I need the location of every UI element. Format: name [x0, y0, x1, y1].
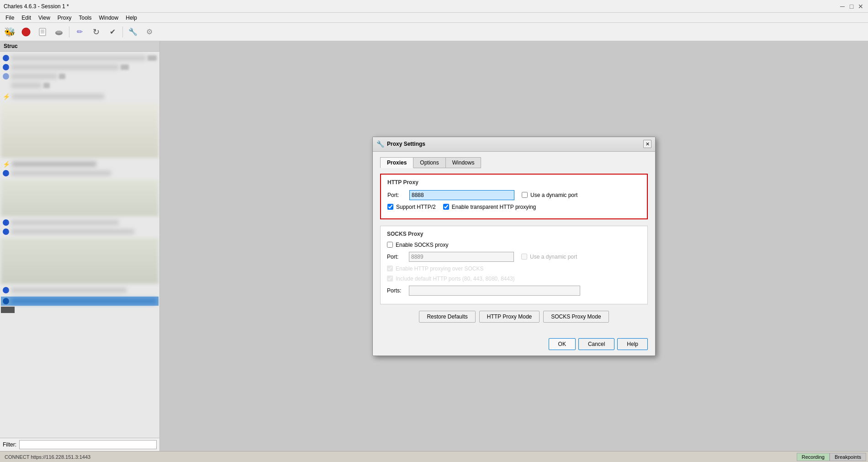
http-dynamic-port-checkbox[interactable] [522, 192, 528, 198]
enable-http-over-socks-label-row: Enable HTTP proxying over SOCKS [387, 266, 484, 272]
stop-record-button[interactable] [18, 24, 34, 40]
edit-button[interactable]: ✏ [72, 24, 87, 40]
sidebar: Struc [0, 41, 160, 451]
enable-socks-row: Enable SOCKS proxy [387, 242, 448, 248]
dialog-icon: 🔧 [376, 140, 384, 148]
socks-proxy-section: SOCKS Proxy Enable SOCKS proxy Port: Use… [380, 226, 648, 304]
recording-badge[interactable]: Recording [797, 453, 830, 461]
tab-proxies[interactable]: Proxies [380, 157, 413, 168]
toolbar-sep-2 [122, 27, 123, 37]
maximize-btn[interactable]: □ [848, 3, 855, 10]
action-buttons: Restore Defaults HTTP Proxy Mode SOCKS P… [380, 311, 648, 323]
proxy-settings-dialog: 🔧 Proxy Settings ✕ Proxies Options Windo… [372, 137, 656, 356]
content-area: 🔧 Proxy Settings ✕ Proxies Options Windo… [160, 41, 868, 451]
support-http2-label: Support HTTP/2 [396, 204, 436, 210]
svg-rect-1 [39, 28, 46, 36]
throttle-button[interactable] [51, 24, 67, 40]
socks-proxy-title: SOCKS Proxy [387, 231, 641, 237]
main-area: Struc [0, 41, 868, 451]
settings-button[interactable]: ⚙ [142, 24, 157, 40]
svg-point-6 [56, 31, 62, 33]
socks-ports-label: Ports: [387, 287, 405, 294]
breakpoints-badge[interactable]: Breakpoints [830, 453, 866, 461]
sidebar-filter-bar: Filter: [0, 438, 159, 451]
tab-options[interactable]: Options [413, 157, 445, 168]
svg-point-0 [22, 28, 30, 36]
window-controls: ─ □ ✕ [839, 3, 864, 10]
socks-enable-row: Enable SOCKS proxy [387, 242, 641, 248]
dialog-footer: OK Cancel Help [373, 335, 655, 356]
dialog-title-text: Proxy Settings [387, 141, 425, 147]
enable-http-over-socks-checkbox[interactable] [387, 266, 393, 271]
status-connection: CONNECT https://116.228.151.3:1443 [2, 454, 93, 460]
menu-file[interactable]: File [2, 14, 18, 22]
sidebar-header: Struc [0, 41, 159, 52]
http-options-row: Support HTTP/2 Enable transparent HTTP p… [387, 204, 640, 210]
dialog-close-button[interactable]: ✕ [643, 140, 651, 148]
support-http2-row: Support HTTP/2 [387, 204, 436, 210]
toolbar-sep-1 [69, 27, 69, 37]
title-bar: Charles 4.6.3 - Session 1 * ─ □ ✕ [0, 0, 868, 13]
socks-port-row: Port: Use a dynamic port [387, 252, 641, 262]
menu-help[interactable]: Help [122, 14, 141, 22]
session-button[interactable] [35, 24, 50, 40]
enable-socks-checkbox[interactable] [387, 242, 393, 248]
socks-ports-input[interactable] [409, 286, 580, 296]
socks-proxy-mode-button[interactable]: SOCKS Proxy Mode [543, 311, 609, 323]
refresh-button[interactable]: ↻ [88, 24, 104, 40]
http-port-input[interactable] [409, 190, 514, 200]
menu-window[interactable]: Window [95, 14, 122, 22]
status-bar: CONNECT https://116.228.151.3:1443 Recor… [0, 451, 868, 462]
app-title: Charles 4.6.3 - Session 1 * [4, 3, 69, 10]
menu-tools[interactable]: Tools [75, 14, 95, 22]
dialog-body: Proxies Options Windows HTTP Proxy Port:… [373, 152, 655, 335]
filter-input[interactable] [19, 440, 157, 449]
socks-dynamic-port-label: Use a dynamic port [530, 254, 577, 260]
enable-transparent-checkbox[interactable] [443, 204, 449, 210]
socks-port-input[interactable] [409, 252, 514, 262]
tools-button[interactable]: 🔧 [125, 24, 141, 40]
tab-bar: Proxies Options Windows [380, 157, 648, 168]
http-port-row: Port: Use a dynamic port [387, 190, 640, 200]
menu-proxy[interactable]: Proxy [54, 14, 75, 22]
socks-dynamic-port-checkbox[interactable] [521, 254, 527, 260]
cancel-button[interactable]: Cancel [578, 338, 614, 350]
menu-bar: File Edit View Proxy Tools Window Help [0, 13, 868, 23]
tab-windows[interactable]: Windows [445, 157, 482, 168]
menu-view[interactable]: View [35, 14, 54, 22]
dialog-title-bar: 🔧 Proxy Settings ✕ [373, 137, 655, 152]
help-button[interactable]: Help [617, 338, 648, 350]
socks-port-label: Port: [387, 254, 405, 260]
enable-transparent-label: Enable transparent HTTP proxying [452, 204, 536, 210]
dialog-title: 🔧 Proxy Settings [376, 140, 425, 148]
ok-button[interactable]: OK [549, 338, 576, 350]
status-badges: Recording Breakpoints [797, 453, 866, 461]
record-button[interactable]: 🐝 [2, 24, 17, 40]
socks-dynamic-port-row: Use a dynamic port [521, 254, 577, 260]
include-default-ports-label: Include default HTTP ports (80, 443, 808… [396, 276, 515, 282]
socks-http-over-socks-row: Enable HTTP proxying over SOCKS [387, 266, 641, 272]
include-default-ports-checkbox[interactable] [387, 276, 393, 281]
enable-http-over-socks-label: Enable HTTP proxying over SOCKS [396, 266, 484, 272]
http-port-label: Port: [387, 192, 406, 198]
menu-edit[interactable]: Edit [18, 14, 35, 22]
socks-ports-row: Ports: [387, 286, 641, 296]
http-dynamic-port-label: Use a dynamic port [530, 192, 577, 198]
check-button[interactable]: ✔ [105, 24, 120, 40]
http-proxy-mode-button[interactable]: HTTP Proxy Mode [479, 311, 540, 323]
toolbar: 🐝 ✏ ↻ ✔ 🔧 ⚙ [0, 23, 868, 41]
socks-default-ports-row: Include default HTTP ports (80, 443, 808… [387, 276, 641, 282]
support-http2-checkbox[interactable] [387, 204, 393, 210]
http-dynamic-port-row: Use a dynamic port [522, 192, 577, 198]
restore-defaults-button[interactable]: Restore Defaults [419, 311, 475, 323]
http-proxy-title: HTTP Proxy [387, 179, 640, 186]
minimize-btn[interactable]: ─ [839, 3, 846, 10]
enable-transparent-row: Enable transparent HTTP proxying [443, 204, 536, 210]
filter-label: Filter: [3, 441, 16, 448]
http-proxy-section: HTTP Proxy Port: Use a dynamic port Supp… [380, 174, 648, 219]
include-default-ports-row: Include default HTTP ports (80, 443, 808… [387, 276, 515, 282]
enable-socks-label: Enable SOCKS proxy [396, 242, 448, 248]
close-btn[interactable]: ✕ [857, 3, 864, 10]
sidebar-content: ⚡ ⚡ [0, 52, 159, 438]
